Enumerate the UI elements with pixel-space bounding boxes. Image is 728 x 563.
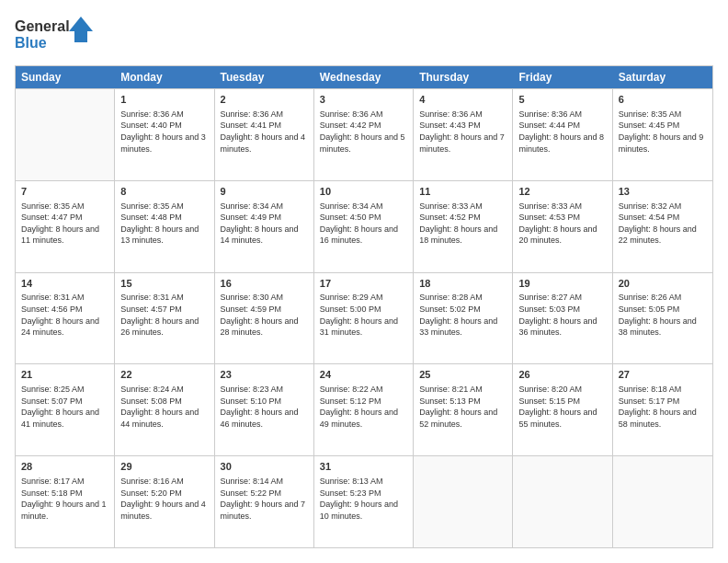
day-info: Sunrise: 8:36 AMSunset: 4:40 PMDaylight:…	[120, 109, 208, 155]
calendar-cell: 14Sunrise: 8:31 AMSunset: 4:56 PMDayligh…	[16, 273, 115, 364]
day-info: Sunrise: 8:35 AMSunset: 4:47 PMDaylight:…	[21, 201, 108, 247]
svg-text:General: General	[15, 18, 70, 34]
calendar-cell: 22Sunrise: 8:24 AMSunset: 5:08 PMDayligh…	[115, 364, 214, 455]
calendar-cell: 11Sunrise: 8:33 AMSunset: 4:52 PMDayligh…	[414, 181, 513, 272]
day-number: 15	[120, 277, 208, 291]
day-number: 16	[221, 277, 308, 291]
day-info: Sunrise: 8:31 AMSunset: 4:57 PMDaylight:…	[120, 292, 208, 338]
day-number: 17	[320, 277, 407, 291]
calendar-cell: 3Sunrise: 8:36 AMSunset: 4:42 PMDaylight…	[314, 89, 414, 180]
header-day-monday: Monday	[115, 66, 214, 88]
day-number: 21	[21, 368, 108, 382]
calendar-cell: 9Sunrise: 8:34 AMSunset: 4:49 PMDaylight…	[215, 181, 314, 272]
day-number: 26	[518, 368, 606, 382]
day-number: 31	[320, 460, 407, 474]
calendar-cell: 24Sunrise: 8:22 AMSunset: 5:12 PMDayligh…	[314, 364, 414, 455]
calendar-cell: 16Sunrise: 8:30 AMSunset: 4:59 PMDayligh…	[215, 273, 314, 364]
day-number: 30	[221, 460, 308, 474]
calendar-cell: 17Sunrise: 8:29 AMSunset: 5:00 PMDayligh…	[314, 273, 414, 364]
day-number: 6	[619, 93, 707, 107]
day-number: 2	[221, 93, 308, 107]
calendar-week-3: 14Sunrise: 8:31 AMSunset: 4:56 PMDayligh…	[16, 272, 712, 364]
header-day-sunday: Sunday	[16, 66, 115, 88]
day-number: 27	[619, 368, 707, 382]
calendar-week-2: 7Sunrise: 8:35 AMSunset: 4:47 PMDaylight…	[16, 180, 712, 272]
logo: General Blue	[15, 15, 97, 56]
day-info: Sunrise: 8:32 AMSunset: 4:54 PMDaylight:…	[619, 201, 707, 247]
day-number: 7	[21, 185, 108, 199]
calendar-cell: 23Sunrise: 8:23 AMSunset: 5:10 PMDayligh…	[215, 364, 314, 455]
day-number: 8	[120, 185, 208, 199]
day-info: Sunrise: 8:30 AMSunset: 4:59 PMDaylight:…	[221, 292, 308, 338]
day-info: Sunrise: 8:18 AMSunset: 5:17 PMDaylight:…	[619, 384, 707, 430]
header-day-wednesday: Wednesday	[314, 66, 414, 88]
day-number: 29	[120, 460, 208, 474]
day-info: Sunrise: 8:28 AMSunset: 5:02 PMDaylight:…	[419, 292, 506, 338]
day-info: Sunrise: 8:25 AMSunset: 5:07 PMDaylight:…	[21, 384, 108, 430]
day-info: Sunrise: 8:36 AMSunset: 4:44 PMDaylight:…	[518, 109, 606, 155]
day-number: 24	[320, 368, 407, 382]
day-info: Sunrise: 8:31 AMSunset: 4:56 PMDaylight:…	[21, 292, 108, 338]
day-number: 4	[419, 93, 506, 107]
day-info: Sunrise: 8:26 AMSunset: 5:05 PMDaylight:…	[619, 292, 707, 338]
calendar-cell: 10Sunrise: 8:34 AMSunset: 4:50 PMDayligh…	[314, 181, 414, 272]
day-info: Sunrise: 8:17 AMSunset: 5:18 PMDaylight:…	[21, 476, 108, 522]
day-number: 3	[320, 93, 407, 107]
day-number: 25	[419, 368, 506, 382]
day-info: Sunrise: 8:13 AMSunset: 5:23 PMDaylight:…	[320, 476, 407, 522]
calendar-cell: 2Sunrise: 8:36 AMSunset: 4:41 PMDaylight…	[215, 89, 314, 180]
calendar-cell	[414, 456, 513, 547]
calendar-cell: 20Sunrise: 8:26 AMSunset: 5:05 PMDayligh…	[613, 273, 712, 364]
day-info: Sunrise: 8:22 AMSunset: 5:12 PMDaylight:…	[320, 384, 407, 430]
day-number: 18	[419, 277, 506, 291]
day-info: Sunrise: 8:36 AMSunset: 4:43 PMDaylight:…	[419, 109, 506, 155]
day-number: 23	[221, 368, 308, 382]
logo-svg: General Blue	[15, 15, 97, 56]
calendar-cell: 4Sunrise: 8:36 AMSunset: 4:43 PMDaylight…	[414, 89, 513, 180]
day-info: Sunrise: 8:24 AMSunset: 5:08 PMDaylight:…	[120, 384, 208, 430]
calendar-cell: 28Sunrise: 8:17 AMSunset: 5:18 PMDayligh…	[16, 456, 115, 547]
page-header: General Blue	[15, 15, 713, 56]
day-number: 20	[619, 277, 707, 291]
day-info: Sunrise: 8:35 AMSunset: 4:45 PMDaylight:…	[619, 109, 707, 155]
calendar-cell: 19Sunrise: 8:27 AMSunset: 5:03 PMDayligh…	[513, 273, 612, 364]
calendar-cell: 1Sunrise: 8:36 AMSunset: 4:40 PMDaylight…	[115, 89, 214, 180]
calendar-cell: 30Sunrise: 8:14 AMSunset: 5:22 PMDayligh…	[215, 456, 314, 547]
header-day-friday: Friday	[513, 66, 612, 88]
header-day-tuesday: Tuesday	[215, 66, 314, 88]
header-day-saturday: Saturday	[613, 66, 712, 88]
day-number: 9	[221, 185, 308, 199]
calendar-cell: 6Sunrise: 8:35 AMSunset: 4:45 PMDaylight…	[613, 89, 712, 180]
page-container: General Blue SundayMondayTuesdayWednesda…	[0, 0, 728, 563]
calendar-header: SundayMondayTuesdayWednesdayThursdayFrid…	[16, 66, 712, 88]
calendar-cell: 15Sunrise: 8:31 AMSunset: 4:57 PMDayligh…	[115, 273, 214, 364]
day-info: Sunrise: 8:33 AMSunset: 4:52 PMDaylight:…	[419, 201, 506, 247]
day-number: 13	[619, 185, 707, 199]
day-info: Sunrise: 8:14 AMSunset: 5:22 PMDaylight:…	[221, 476, 308, 522]
calendar-cell: 25Sunrise: 8:21 AMSunset: 5:13 PMDayligh…	[414, 364, 513, 455]
calendar-cell: 8Sunrise: 8:35 AMSunset: 4:48 PMDaylight…	[115, 181, 214, 272]
calendar-cell: 21Sunrise: 8:25 AMSunset: 5:07 PMDayligh…	[16, 364, 115, 455]
calendar-cell: 5Sunrise: 8:36 AMSunset: 4:44 PMDaylight…	[513, 89, 612, 180]
day-number: 28	[21, 460, 108, 474]
header-day-thursday: Thursday	[414, 66, 513, 88]
day-info: Sunrise: 8:21 AMSunset: 5:13 PMDaylight:…	[419, 384, 506, 430]
calendar-cell: 27Sunrise: 8:18 AMSunset: 5:17 PMDayligh…	[613, 364, 712, 455]
day-info: Sunrise: 8:34 AMSunset: 4:49 PMDaylight:…	[221, 201, 308, 247]
calendar-cell	[613, 456, 712, 547]
day-info: Sunrise: 8:23 AMSunset: 5:10 PMDaylight:…	[221, 384, 308, 430]
day-number: 12	[518, 185, 606, 199]
day-number: 14	[21, 277, 108, 291]
day-info: Sunrise: 8:36 AMSunset: 4:41 PMDaylight:…	[221, 109, 308, 155]
calendar-week-5: 28Sunrise: 8:17 AMSunset: 5:18 PMDayligh…	[16, 455, 712, 547]
day-info: Sunrise: 8:27 AMSunset: 5:03 PMDaylight:…	[518, 292, 606, 338]
calendar-week-4: 21Sunrise: 8:25 AMSunset: 5:07 PMDayligh…	[16, 363, 712, 455]
calendar-cell	[513, 456, 612, 547]
day-number: 10	[320, 185, 407, 199]
day-number: 19	[518, 277, 606, 291]
day-info: Sunrise: 8:35 AMSunset: 4:48 PMDaylight:…	[120, 201, 208, 247]
day-info: Sunrise: 8:29 AMSunset: 5:00 PMDaylight:…	[320, 292, 407, 338]
day-number: 22	[120, 368, 208, 382]
calendar-cell: 7Sunrise: 8:35 AMSunset: 4:47 PMDaylight…	[16, 181, 115, 272]
svg-text:Blue: Blue	[15, 35, 47, 51]
